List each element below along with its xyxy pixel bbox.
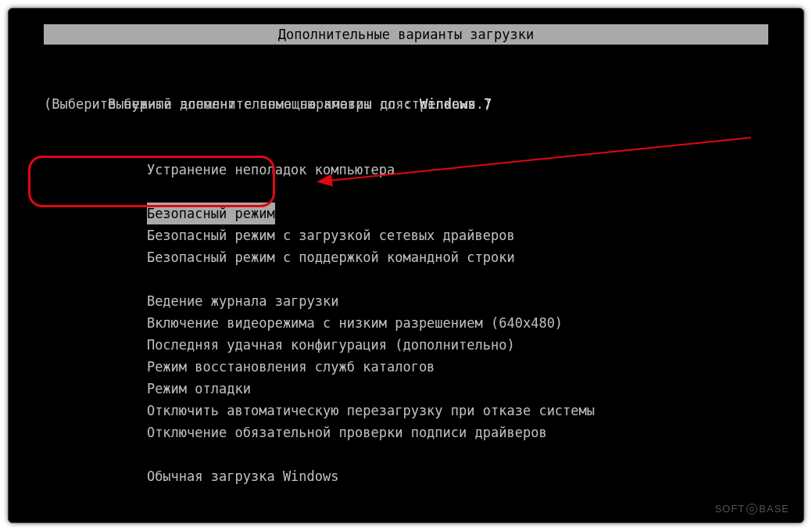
watermark: SOFT BASE — [715, 503, 789, 515]
watermark-right: BASE — [759, 503, 789, 515]
option-start-normally[interactable]: Обычная загрузка Windows — [44, 443, 768, 465]
option-last-known-good-label: Последняя удачная конфигурация (дополнит… — [147, 334, 515, 356]
option-low-res-video-label: Включение видеорежима с низким разрешени… — [147, 312, 563, 334]
option-repair-label: Устранение неполадок компьютера — [147, 159, 395, 181]
gear-icon — [746, 504, 757, 515]
boot-screen: Дополнительные варианты загрузки Выберит… — [8, 8, 804, 523]
option-safe-mode-cmd-label: Безопасный режим с поддержкой командной … — [147, 246, 515, 268]
option-safe-mode-label: Безопасный режим — [147, 203, 275, 224]
option-debug-mode-label: Режим отладки — [147, 378, 251, 400]
watermark-left: SOFT — [715, 503, 746, 515]
hint-line: (Выберите нужный элемент с помощью клави… — [44, 93, 768, 115]
spacer — [44, 115, 768, 137]
option-safe-mode[interactable]: Безопасный режим — [44, 181, 768, 203]
option-start-normally-label: Обычная загрузка Windows — [147, 465, 339, 487]
option-boot-logging[interactable]: Ведение журнала загрузки — [44, 268, 768, 290]
title-bar: Дополнительные варианты загрузки — [44, 24, 768, 45]
option-repair[interactable]: Устранение неполадок компьютера — [44, 137, 768, 159]
option-disable-auto-restart-label: Отключить автоматическую перезагрузку пр… — [147, 400, 595, 422]
title-text: Дополнительные варианты загрузки — [278, 27, 535, 42]
option-ds-restore-label: Режим восстановления служб каталогов — [147, 356, 435, 378]
option-safe-mode-networking-label: Безопасный режим с загрузкой сетевых дра… — [147, 224, 515, 246]
prompt-line: Выберите дополнительные параметры для: W… — [44, 71, 768, 93]
option-boot-logging-label: Ведение журнала загрузки — [147, 290, 339, 312]
option-disable-driver-sig-label: Отключение обязательной проверки подписи… — [147, 422, 547, 443]
content-area: Выберите дополнительные параметры для: W… — [44, 71, 768, 465]
